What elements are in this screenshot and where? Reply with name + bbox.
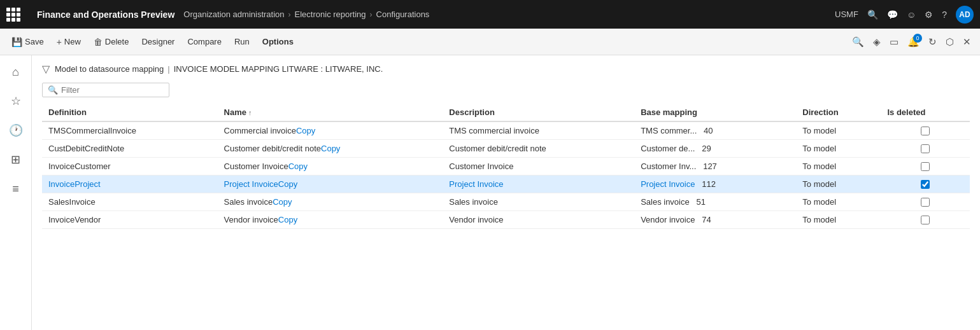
data-table: Definition Name Description Base mapping… bbox=[42, 104, 970, 229]
cell-definition: InvoiceCustomer bbox=[42, 158, 218, 175]
breadcrumb-er[interactable]: Electronic reporting bbox=[295, 10, 366, 19]
base-mapping-text: Customer de... bbox=[641, 144, 695, 153]
table-row[interactable]: InvoiceCustomer Customer InvoiceCopy Cus… bbox=[42, 158, 970, 175]
filter-icon[interactable]: ▽ bbox=[42, 63, 50, 75]
name-suffix: Copy bbox=[273, 197, 292, 207]
save-button[interactable]: 💾 Save bbox=[6, 34, 49, 50]
table-row[interactable]: SalesInvoice Sales invoiceCopy Sales inv… bbox=[42, 193, 970, 211]
cell-definition: InvoiceVendor bbox=[42, 211, 218, 229]
col-base-mapping[interactable]: Base mapping bbox=[634, 104, 796, 121]
cell-base-mapping: Customer de... 29 bbox=[634, 140, 796, 158]
is-deleted-checkbox[interactable] bbox=[921, 216, 930, 224]
toolbar-search: 🔍 bbox=[852, 36, 864, 48]
designer-button[interactable]: Designer bbox=[136, 34, 180, 49]
panel-icon[interactable]: ▭ bbox=[887, 34, 901, 50]
app-grid-button[interactable] bbox=[6, 8, 20, 22]
toolbar-right: ◈ ▭ 🔔 0 ↻ ⬡ ✕ bbox=[870, 34, 974, 50]
base-mapping-text: TMS commer... bbox=[641, 126, 697, 135]
table-row[interactable]: InvoiceProject Project InvoiceCopy Proje… bbox=[42, 175, 970, 193]
name-base[interactable]: Project Invoice bbox=[224, 179, 278, 189]
cell-is-deleted[interactable] bbox=[881, 193, 970, 211]
table-row[interactable]: CustDebitCreditNote Customer debit/credi… bbox=[42, 140, 970, 158]
description-value[interactable]: Project Invoice bbox=[449, 179, 503, 189]
col-direction[interactable]: Direction bbox=[796, 104, 881, 121]
emoji-icon[interactable]: ☺ bbox=[907, 10, 916, 20]
cell-is-deleted[interactable] bbox=[881, 121, 970, 140]
top-bar: Finance and Operations Preview Organizat… bbox=[0, 0, 980, 29]
is-deleted-checkbox[interactable] bbox=[921, 127, 930, 135]
save-icon: 💾 bbox=[11, 37, 22, 47]
description-value: TMS commercial invoice bbox=[449, 126, 539, 135]
table-row[interactable]: TMSCommercialInvoice Commercial invoiceC… bbox=[42, 121, 970, 140]
sidebar-item-recent[interactable]: 🕐 bbox=[4, 119, 27, 142]
filter-input[interactable] bbox=[61, 85, 164, 95]
breadcrumb-configs[interactable]: Configurations bbox=[376, 10, 430, 19]
definition-value: CustDebitCreditNote bbox=[48, 144, 124, 153]
cell-is-deleted[interactable] bbox=[881, 175, 970, 193]
base-mapping-text[interactable]: Project Invoice bbox=[641, 179, 695, 189]
app-title: Finance and Operations Preview bbox=[28, 10, 183, 20]
col-name[interactable]: Name bbox=[218, 104, 443, 121]
col-is-deleted[interactable]: Is deleted bbox=[881, 104, 970, 121]
run-button[interactable]: Run bbox=[229, 34, 255, 49]
toolbar-search-icon[interactable]: 🔍 bbox=[852, 36, 864, 48]
options-label: Options bbox=[262, 37, 294, 46]
table-row[interactable]: InvoiceVendor Vendor invoiceCopy Vendor … bbox=[42, 211, 970, 229]
open-icon[interactable]: ⬡ bbox=[943, 34, 956, 50]
content-header: ▽ Model to datasource mapping | INVOICE … bbox=[42, 63, 970, 75]
description-value: Customer debit/credit note bbox=[449, 144, 546, 153]
cell-name: Vendor invoiceCopy bbox=[218, 211, 443, 229]
is-deleted-checkbox[interactable] bbox=[921, 144, 930, 153]
user-avatar[interactable]: AD bbox=[956, 6, 974, 24]
diamond-icon[interactable]: ◈ bbox=[870, 34, 883, 50]
settings-icon[interactable]: ⚙ bbox=[925, 10, 933, 20]
compare-button[interactable]: Compare bbox=[182, 34, 226, 49]
name-suffix: Copy bbox=[278, 215, 297, 224]
new-button[interactable]: + New bbox=[52, 34, 86, 50]
options-button[interactable]: Options bbox=[257, 34, 299, 49]
refresh-icon[interactable]: ↻ bbox=[926, 34, 939, 50]
cell-base-mapping: Vendor invoice 74 bbox=[634, 211, 796, 229]
name-suffix: Copy bbox=[296, 126, 315, 135]
new-label: New bbox=[64, 37, 81, 46]
cell-description: Vendor invoice bbox=[443, 211, 634, 229]
cell-direction: To model bbox=[796, 158, 881, 175]
base-mapping-num: 112 bbox=[702, 179, 720, 189]
cell-name: Commercial invoiceCopy bbox=[218, 121, 443, 140]
cell-name: Customer InvoiceCopy bbox=[218, 158, 443, 175]
is-deleted-checkbox[interactable] bbox=[921, 162, 930, 171]
name-base: Vendor invoice bbox=[224, 215, 278, 224]
cell-is-deleted[interactable] bbox=[881, 140, 970, 158]
sidebar-item-workspace[interactable]: ⊞ bbox=[4, 148, 27, 171]
is-deleted-checkbox[interactable] bbox=[921, 180, 930, 189]
cell-is-deleted[interactable] bbox=[881, 211, 970, 229]
is-deleted-checkbox[interactable] bbox=[921, 198, 930, 207]
close-icon[interactable]: ✕ bbox=[960, 34, 974, 50]
cell-description: Customer debit/credit note bbox=[443, 140, 634, 158]
description-value: Vendor invoice bbox=[449, 215, 503, 224]
cell-direction: To model bbox=[796, 121, 881, 140]
col-definition[interactable]: Definition bbox=[42, 104, 218, 121]
cell-is-deleted[interactable] bbox=[881, 158, 970, 175]
save-label: Save bbox=[25, 37, 44, 46]
help-icon[interactable]: ? bbox=[942, 10, 947, 20]
definition-value: InvoiceVendor bbox=[48, 215, 101, 224]
cell-direction: To model bbox=[796, 211, 881, 229]
sidebar-item-home[interactable]: ⌂ bbox=[4, 60, 27, 83]
invoice-label: INVOICE MODEL MAPPING LITWARE : LITWARE,… bbox=[174, 64, 383, 74]
name-suffix: Copy bbox=[288, 162, 308, 171]
delete-button[interactable]: 🗑 Delete bbox=[89, 34, 134, 50]
filter-input-wrap[interactable]: 🔍 bbox=[42, 83, 169, 97]
sidebar-item-star[interactable]: ☆ bbox=[4, 90, 27, 113]
definition-value[interactable]: InvoiceProject bbox=[48, 179, 101, 189]
breadcrumb-org[interactable]: Organization administration bbox=[183, 10, 284, 19]
sidebar-item-list[interactable]: ≡ bbox=[4, 177, 27, 200]
search-icon[interactable]: 🔍 bbox=[867, 10, 878, 20]
content-breadcrumb: Model to datasource mapping | INVOICE MO… bbox=[55, 64, 383, 74]
col-description[interactable]: Description bbox=[443, 104, 634, 121]
chat-icon[interactable]: 💬 bbox=[887, 10, 898, 20]
notification-icon[interactable]: 🔔 0 bbox=[905, 34, 922, 50]
toolbar: 💾 Save + New 🗑 Delete Designer Compare R… bbox=[0, 29, 980, 55]
content-area: ▽ Model to datasource mapping | INVOICE … bbox=[32, 55, 980, 330]
delete-label: Delete bbox=[105, 37, 129, 46]
